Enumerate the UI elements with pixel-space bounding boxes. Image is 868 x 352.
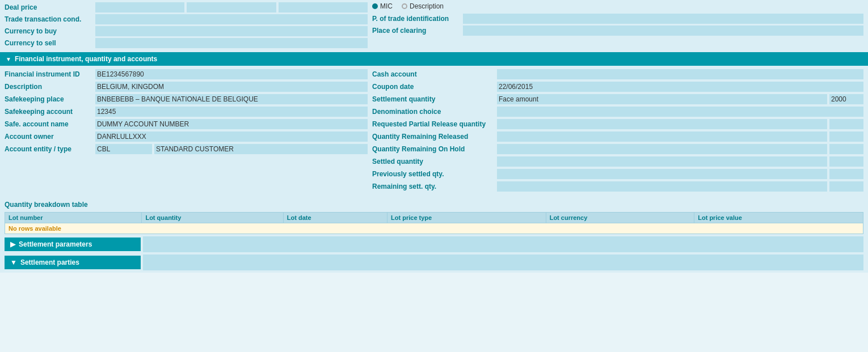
top-section: Deal price Trade transaction cond. Curre… xyxy=(0,0,868,52)
safekeeping-place-label: Safekeeping place xyxy=(5,95,95,103)
currency-buy-input[interactable] xyxy=(95,26,368,36)
denomination-label: Denomination choice xyxy=(372,108,497,116)
partial-release-inputs xyxy=(497,119,863,129)
no-rows-row: No rows available xyxy=(5,223,863,234)
safe-account-name-value[interactable]: DUMMY ACCOUNT NUMBER xyxy=(95,119,368,129)
cash-account-input[interactable] xyxy=(497,69,863,79)
qty-remaining-released-row: Quantity Remaining Released xyxy=(372,132,863,142)
safe-account-name-label: Safe. account name xyxy=(5,120,95,128)
breakdown-title: Quantity breakdown table xyxy=(5,200,863,210)
previously-settled-input-2[interactable] xyxy=(829,169,863,179)
description-label-left: Description xyxy=(5,83,95,91)
section-arrow: ▼ xyxy=(6,56,11,62)
remaining-sett-input-2[interactable] xyxy=(829,181,863,192)
col-lot-date: Lot date xyxy=(283,213,387,223)
financial-id-row: Financial instrument ID BE1234567890 xyxy=(5,69,368,79)
settled-qty-inputs xyxy=(497,156,863,167)
p-identification-label: P. of trade identification xyxy=(372,15,463,23)
mic-radio[interactable]: MIC xyxy=(372,2,393,10)
settlement-params-label: Settlement parameters xyxy=(19,240,92,248)
cash-account-row: Cash account xyxy=(372,69,863,79)
form-container: Deal price Trade transaction cond. Curre… xyxy=(0,0,868,273)
settlement-params-arrow: ▶ xyxy=(10,240,15,248)
remaining-sett-inputs xyxy=(497,181,863,192)
remaining-sett-label: Remaining sett. qty. xyxy=(372,183,497,190)
right-panel: Cash account Coupon date 22/06/2015 Sett… xyxy=(372,69,863,194)
qty-remaining-hold-input-1[interactable] xyxy=(497,144,827,154)
denomination-input[interactable] xyxy=(497,107,863,117)
trade-transaction-input[interactable] xyxy=(95,14,368,24)
deal-price-input-2[interactable] xyxy=(187,2,276,12)
previously-settled-inputs xyxy=(497,169,863,179)
financial-id-value[interactable]: BE1234567890 xyxy=(95,69,368,79)
safekeeping-place-value[interactable]: BNBEBEBB – BANQUE NATIONALE DE BELGIQUE xyxy=(95,94,368,104)
deal-price-input-1[interactable] xyxy=(95,2,184,12)
p-identification-input[interactable] xyxy=(463,14,863,24)
no-rows-message: No rows available xyxy=(5,223,863,234)
col-lot-number: Lot number xyxy=(5,213,142,223)
description-radio[interactable]: Description xyxy=(402,2,444,10)
settlement-parties-header[interactable]: ▼ Settlement parties xyxy=(5,256,141,269)
left-panel: Financial instrument ID BE1234567890 Des… xyxy=(5,69,368,194)
qty-remaining-hold-input-2[interactable] xyxy=(829,144,863,154)
remaining-sett-input-1[interactable] xyxy=(497,181,827,192)
denomination-row: Denomination choice xyxy=(372,107,863,117)
deal-price-input-3[interactable] xyxy=(279,2,368,12)
top-left-panel: Deal price Trade transaction cond. Curre… xyxy=(5,2,368,50)
account-entity-inputs: CBL STANDARD CUSTOMER xyxy=(95,144,368,154)
place-clearing-input[interactable] xyxy=(463,26,863,36)
qty-remaining-released-input-1[interactable] xyxy=(497,132,827,142)
financial-section-header[interactable]: ▼ Financial instrument, quantity and acc… xyxy=(0,52,868,66)
p-identification-row: P. of trade identification xyxy=(372,14,863,24)
qty-remaining-released-label: Quantity Remaining Released xyxy=(372,133,497,141)
settled-qty-row: Settled quantity xyxy=(372,156,863,167)
settlement-parties-row: ▼ Settlement parties xyxy=(5,255,863,270)
safe-account-name-row: Safe. account name DUMMY ACCOUNT NUMBER xyxy=(5,119,368,129)
previously-settled-input-1[interactable] xyxy=(497,169,827,179)
breakdown-section: Quantity breakdown table Lot number Lot … xyxy=(0,197,868,234)
currency-sell-label: Currency to sell xyxy=(5,39,95,47)
safekeeping-account-row: Safekeeping account 12345 xyxy=(5,107,368,117)
col-lot-currency: Lot currency xyxy=(546,213,694,223)
qty-remaining-released-input-2[interactable] xyxy=(829,132,863,142)
account-entity-left[interactable]: CBL xyxy=(95,144,152,154)
safekeeping-account-label: Safekeeping account xyxy=(5,108,95,116)
place-clearing-label: Place of clearing xyxy=(372,27,463,35)
partial-release-input-2[interactable] xyxy=(829,119,863,129)
partial-release-input-1[interactable] xyxy=(497,119,827,129)
col-lot-price-type: Lot price type xyxy=(387,213,546,223)
settlement-qty-row: Settlement quantity Face amount 2000 xyxy=(372,94,863,104)
face-amount-value-input[interactable]: 2000 xyxy=(829,94,863,104)
previously-settled-label: Previously settled qty. xyxy=(372,170,497,178)
trade-transaction-row: Trade transaction cond. xyxy=(5,14,368,24)
settled-qty-input-1[interactable] xyxy=(497,156,827,167)
breakdown-header-row: Lot number Lot quantity Lot date Lot pri… xyxy=(5,213,863,223)
description-label: Description xyxy=(410,2,444,10)
account-entity-right[interactable]: STANDARD CUSTOMER xyxy=(154,144,368,154)
qty-remaining-hold-inputs xyxy=(497,144,863,154)
account-entity-label: Account entity / type xyxy=(5,145,95,153)
settled-qty-input-2[interactable] xyxy=(829,156,863,167)
account-owner-value[interactable]: DANRLULLXXX xyxy=(95,132,368,142)
settlement-qty-inputs: Face amount 2000 xyxy=(497,94,863,104)
description-value[interactable]: BELGIUM, KINGDOM xyxy=(95,82,368,92)
financial-section-title: Financial instrument, quantity and accou… xyxy=(15,55,157,63)
cash-account-label: Cash account xyxy=(372,70,497,78)
col-lot-price-value: Lot price value xyxy=(694,213,863,223)
safekeeping-place-row: Safekeeping place BNBEBEBB – BANQUE NATI… xyxy=(5,94,368,104)
safekeeping-account-value[interactable]: 12345 xyxy=(95,107,368,117)
coupon-date-input[interactable]: 22/06/2015 xyxy=(497,82,863,92)
col-lot-quantity: Lot quantity xyxy=(142,213,283,223)
settled-qty-label: Settled quantity xyxy=(372,158,497,166)
qty-remaining-hold-label: Quantity Remaining On Hold xyxy=(372,145,497,153)
remaining-sett-row: Remaining sett. qty. xyxy=(372,181,863,192)
description-row: Description BELGIUM, KINGDOM xyxy=(5,82,368,92)
currency-sell-input[interactable] xyxy=(95,38,368,48)
breakdown-table: Lot number Lot quantity Lot date Lot pri… xyxy=(5,212,863,234)
mic-radio-filled xyxy=(372,3,378,9)
currency-buy-label: Currency to buy xyxy=(5,27,95,35)
settlement-params-header[interactable]: ▶ Settlement parameters xyxy=(5,238,141,251)
main-content: Financial instrument ID BE1234567890 Des… xyxy=(0,66,868,197)
trade-transaction-label: Trade transaction cond. xyxy=(5,15,95,23)
mic-label: MIC xyxy=(380,2,393,10)
